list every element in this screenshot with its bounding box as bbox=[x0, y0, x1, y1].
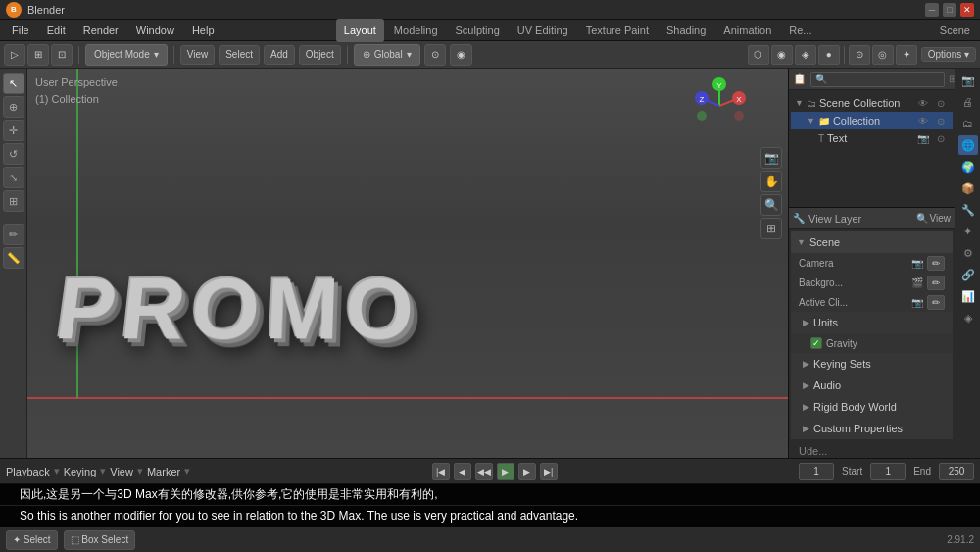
text-dot-btn[interactable]: ⊙ bbox=[933, 130, 949, 146]
overlay-btn[interactable]: ⊙ bbox=[849, 45, 870, 65]
viewport-shading-wire[interactable]: ⬡ bbox=[748, 45, 769, 65]
render-props-btn[interactable]: 📷 bbox=[958, 71, 978, 90]
audio-header[interactable]: ▶ Audio bbox=[791, 375, 953, 396]
gizmo-btn[interactable]: ◎ bbox=[872, 45, 894, 65]
navigation-gizmo[interactable]: X Y Z bbox=[690, 76, 749, 135]
tab-texture-paint[interactable]: Texture Paint bbox=[578, 19, 657, 42]
coll-vis-btn[interactable]: 👁 bbox=[915, 113, 931, 128]
scene-props-btn[interactable]: 🌐 bbox=[958, 135, 978, 155]
collection-row[interactable]: ▼ 📁 Collection 👁 ⊙ bbox=[791, 112, 953, 129]
prev-frame-btn[interactable]: ◀ bbox=[454, 463, 471, 480]
measure-btn[interactable]: 📏 bbox=[3, 247, 24, 269]
cursor-tool-btn[interactable]: ⊕ bbox=[3, 96, 24, 118]
timeline-view-menu[interactable]: View bbox=[110, 466, 133, 477]
background-edit-btn[interactable]: ✏ bbox=[927, 276, 945, 290]
snap-btn[interactable]: ⊙ bbox=[424, 44, 446, 66]
move-tool-btn[interactable]: ✛ bbox=[3, 120, 24, 141]
add-menu[interactable]: Add bbox=[264, 45, 295, 65]
viewport-right-toolbar: 📷 ✋ 🔍 ⊞ bbox=[760, 147, 782, 239]
rigid-body-header[interactable]: ▶ Rigid Body World bbox=[791, 396, 953, 418]
object-menu[interactable]: Object bbox=[299, 45, 341, 65]
scale-tool-btn[interactable]: ⤡ bbox=[3, 167, 24, 188]
output-props-btn[interactable]: 🖨 bbox=[958, 92, 978, 112]
snap-overlay-btn[interactable]: ✦ bbox=[896, 45, 917, 65]
options-button[interactable]: Options ▾ bbox=[921, 47, 976, 62]
material-btn[interactable]: ◈ bbox=[958, 308, 978, 327]
menu-file[interactable]: File bbox=[4, 23, 37, 38]
modifiers-btn[interactable]: 🔧 bbox=[958, 200, 978, 220]
custom-props-header[interactable]: ▶ Custom Properties bbox=[791, 418, 953, 439]
text-vis-btn[interactable]: 📷 bbox=[915, 130, 931, 146]
current-frame-input[interactable] bbox=[799, 463, 834, 480]
rotate-tool-btn[interactable]: ↺ bbox=[3, 143, 24, 165]
prop-edit-btn[interactable]: ◉ bbox=[450, 44, 472, 66]
toolbar-icon3[interactable]: ⊡ bbox=[51, 44, 73, 66]
zoom-icon-btn[interactable]: 🔍 bbox=[760, 194, 782, 216]
gravity-label: Gravity bbox=[826, 338, 945, 349]
tab-uv-editing[interactable]: UV Editing bbox=[510, 19, 576, 42]
play-backward-btn[interactable]: ◀◀ bbox=[475, 463, 493, 480]
viewport[interactable]: P R O M O User Perspective (1) Collectio… bbox=[27, 69, 788, 458]
camera-icon-btn[interactable]: 📷 bbox=[760, 147, 782, 169]
tab-sculpting[interactable]: Sculpting bbox=[448, 19, 508, 42]
active-clip-edit-btn[interactable]: ✏ bbox=[927, 295, 945, 310]
data-props-btn[interactable]: 📊 bbox=[958, 286, 978, 306]
maximize-button[interactable]: □ bbox=[943, 3, 956, 17]
props-search-btn[interactable]: 🔍 bbox=[914, 211, 930, 226]
toolbar-icon1[interactable]: ▷ bbox=[4, 44, 25, 66]
menu-edit[interactable]: Edit bbox=[39, 23, 74, 38]
play-btn[interactable]: ▶ bbox=[497, 463, 514, 480]
viewport-shading-material[interactable]: ◈ bbox=[795, 45, 816, 65]
constraints-btn[interactable]: 🔗 bbox=[958, 265, 978, 284]
tab-layout[interactable]: Layout bbox=[336, 19, 384, 42]
object-mode-dropdown[interactable]: Object Mode ▾ bbox=[85, 44, 168, 66]
tab-animation[interactable]: Animation bbox=[715, 19, 779, 42]
scene-section-header[interactable]: ▼ Scene bbox=[791, 231, 953, 253]
text-row[interactable]: T Text 📷 ⊙ bbox=[791, 129, 953, 147]
minimize-button[interactable]: ─ bbox=[925, 3, 939, 17]
next-frame-btn[interactable]: ▶ bbox=[518, 463, 536, 480]
box-select-btn[interactable]: ⬚ Box Select bbox=[64, 530, 136, 550]
close-button[interactable]: ✕ bbox=[960, 3, 974, 17]
viewport-shading-render[interactable]: ● bbox=[818, 45, 840, 65]
scene-exclude-btn[interactable]: ⊙ bbox=[933, 95, 949, 111]
physics-btn[interactable]: ⚙ bbox=[958, 243, 978, 263]
viewport-shading-solid[interactable]: ◉ bbox=[771, 45, 793, 65]
hand-icon-btn[interactable]: ✋ bbox=[760, 171, 782, 192]
camera-edit-btn[interactable]: ✏ bbox=[927, 256, 945, 271]
select-menu[interactable]: Select bbox=[219, 45, 260, 65]
units-header[interactable]: ▶ Units bbox=[791, 312, 953, 333]
udemy-label: Ude... bbox=[791, 441, 953, 458]
transform-dropdown[interactable]: ⊕ Global ▾ bbox=[354, 44, 420, 66]
menu-window[interactable]: Window bbox=[128, 23, 182, 38]
menu-render[interactable]: Render bbox=[75, 23, 126, 38]
annotate-btn[interactable]: ✏ bbox=[3, 224, 24, 245]
view-layer-props-btn[interactable]: 🗂 bbox=[958, 114, 978, 133]
tab-rendering[interactable]: Re... bbox=[781, 19, 819, 42]
scene-vis-btn[interactable]: 👁 bbox=[915, 95, 931, 111]
object-props-btn[interactable]: 📦 bbox=[958, 178, 978, 198]
timeline-playback-menu[interactable]: Playback bbox=[6, 466, 50, 477]
jump-start-btn[interactable]: |◀ bbox=[432, 463, 450, 480]
menu-help[interactable]: Help bbox=[184, 23, 222, 38]
transform-tool-btn[interactable]: ⊞ bbox=[3, 190, 24, 212]
start-frame-input[interactable] bbox=[870, 463, 906, 480]
tab-modeling[interactable]: Modeling bbox=[386, 19, 446, 42]
particles-btn[interactable]: ✦ bbox=[958, 222, 978, 241]
timeline-marker-menu[interactable]: Marker bbox=[147, 466, 180, 477]
select-tool-btn[interactable]: ↖ bbox=[3, 73, 24, 94]
grid-icon-btn[interactable]: ⊞ bbox=[760, 218, 782, 239]
tab-shading[interactable]: Shading bbox=[659, 19, 713, 42]
outliner-search-input[interactable] bbox=[810, 72, 945, 87]
select-btn[interactable]: ✦ Select bbox=[6, 530, 58, 550]
keying-sets-header[interactable]: ▶ Keying Sets bbox=[791, 353, 953, 375]
gravity-checkbox[interactable]: ✓ bbox=[810, 337, 822, 349]
world-props-btn[interactable]: 🌍 bbox=[958, 157, 978, 176]
view-menu[interactable]: View bbox=[180, 45, 216, 65]
coll-dot-btn[interactable]: ⊙ bbox=[933, 113, 949, 128]
jump-end-btn[interactable]: ▶| bbox=[540, 463, 558, 480]
end-frame-input[interactable] bbox=[939, 463, 974, 480]
toolbar-icon2[interactable]: ⊞ bbox=[27, 44, 49, 66]
timeline-keying-menu[interactable]: Keying bbox=[64, 466, 97, 477]
scene-collection-row[interactable]: ▼ 🗂 Scene Collection 👁 ⊙ bbox=[791, 94, 953, 112]
